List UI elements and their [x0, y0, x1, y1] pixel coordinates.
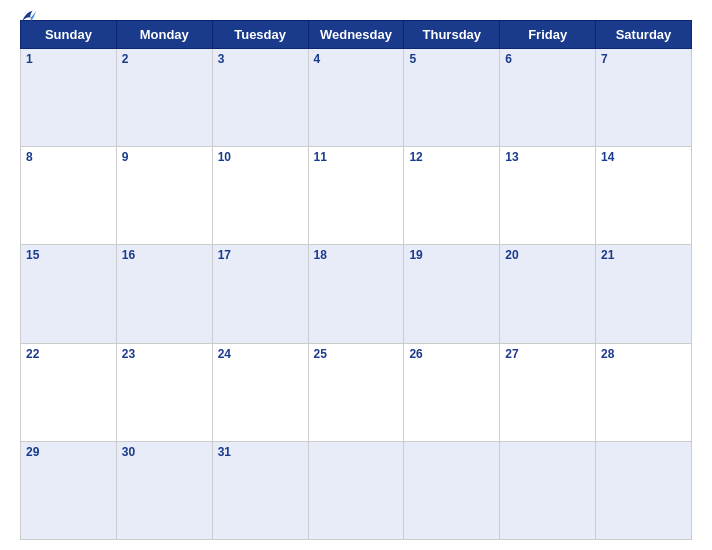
calendar-cell: 26 — [404, 343, 500, 441]
calendar-cell: 16 — [116, 245, 212, 343]
date-number: 31 — [218, 445, 231, 459]
calendar-cell: 10 — [212, 147, 308, 245]
calendar-cell: 20 — [500, 245, 596, 343]
calendar-cell: 13 — [500, 147, 596, 245]
logo-blue — [20, 9, 40, 23]
calendar-cell: 8 — [21, 147, 117, 245]
calendar-cell: 7 — [596, 49, 692, 147]
calendar-cell: 6 — [500, 49, 596, 147]
date-number: 6 — [505, 52, 512, 66]
calendar-cell: 31 — [212, 441, 308, 539]
date-number: 21 — [601, 248, 614, 262]
calendar-cell — [404, 441, 500, 539]
date-number: 1 — [26, 52, 33, 66]
calendar-cell: 19 — [404, 245, 500, 343]
date-number: 15 — [26, 248, 39, 262]
calendar-cell: 28 — [596, 343, 692, 441]
calendar-cell: 12 — [404, 147, 500, 245]
date-number: 14 — [601, 150, 614, 164]
calendar-cell: 17 — [212, 245, 308, 343]
calendar-cell: 18 — [308, 245, 404, 343]
calendar-cell: 9 — [116, 147, 212, 245]
calendar-cell: 2 — [116, 49, 212, 147]
date-number: 29 — [26, 445, 39, 459]
date-number: 25 — [314, 347, 327, 361]
date-number: 9 — [122, 150, 129, 164]
calendar-cell: 4 — [308, 49, 404, 147]
calendar-cell: 24 — [212, 343, 308, 441]
date-number: 24 — [218, 347, 231, 361]
days-header-row: SundayMondayTuesdayWednesdayThursdayFrid… — [21, 21, 692, 49]
date-number: 19 — [409, 248, 422, 262]
date-number: 16 — [122, 248, 135, 262]
date-number: 7 — [601, 52, 608, 66]
date-number: 10 — [218, 150, 231, 164]
calendar-table: SundayMondayTuesdayWednesdayThursdayFrid… — [20, 20, 692, 540]
date-number: 4 — [314, 52, 321, 66]
calendar-header — [20, 10, 692, 16]
calendar-cell — [596, 441, 692, 539]
date-number: 11 — [314, 150, 327, 164]
logo — [20, 9, 40, 23]
date-number: 2 — [122, 52, 129, 66]
date-number: 13 — [505, 150, 518, 164]
calendar-cell: 25 — [308, 343, 404, 441]
calendar-cell: 21 — [596, 245, 692, 343]
day-header-thursday: Thursday — [404, 21, 500, 49]
day-header-sunday: Sunday — [21, 21, 117, 49]
date-number: 12 — [409, 150, 422, 164]
day-header-monday: Monday — [116, 21, 212, 49]
day-header-saturday: Saturday — [596, 21, 692, 49]
date-number: 28 — [601, 347, 614, 361]
calendar-cell: 27 — [500, 343, 596, 441]
calendar-cell: 14 — [596, 147, 692, 245]
calendar-cell: 3 — [212, 49, 308, 147]
date-number: 27 — [505, 347, 518, 361]
date-number: 5 — [409, 52, 416, 66]
date-number: 3 — [218, 52, 225, 66]
week-row-4: 22232425262728 — [21, 343, 692, 441]
calendar-cell — [500, 441, 596, 539]
calendar-cell: 15 — [21, 245, 117, 343]
calendar-cell: 22 — [21, 343, 117, 441]
calendar-cell: 1 — [21, 49, 117, 147]
logo-bird-icon — [20, 9, 38, 23]
day-header-friday: Friday — [500, 21, 596, 49]
calendar-cell: 23 — [116, 343, 212, 441]
date-number: 23 — [122, 347, 135, 361]
week-row-3: 15161718192021 — [21, 245, 692, 343]
calendar-cell — [308, 441, 404, 539]
date-number: 22 — [26, 347, 39, 361]
week-row-1: 1234567 — [21, 49, 692, 147]
date-number: 26 — [409, 347, 422, 361]
date-number: 17 — [218, 248, 231, 262]
calendar-cell: 30 — [116, 441, 212, 539]
date-number: 8 — [26, 150, 33, 164]
calendar-cell: 29 — [21, 441, 117, 539]
calendar-cell: 11 — [308, 147, 404, 245]
week-row-5: 293031 — [21, 441, 692, 539]
date-number: 18 — [314, 248, 327, 262]
week-row-2: 891011121314 — [21, 147, 692, 245]
date-number: 20 — [505, 248, 518, 262]
calendar-cell: 5 — [404, 49, 500, 147]
date-number: 30 — [122, 445, 135, 459]
day-header-wednesday: Wednesday — [308, 21, 404, 49]
day-header-tuesday: Tuesday — [212, 21, 308, 49]
